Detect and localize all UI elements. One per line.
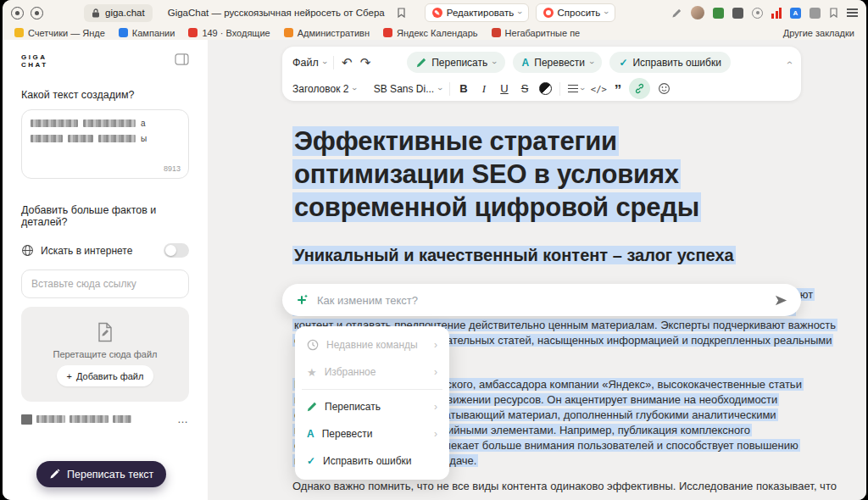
- bookmark-outline-icon[interactable]: [829, 8, 838, 18]
- extension-edit-icon[interactable]: [671, 8, 682, 19]
- logo-line-2: CHAT: [21, 61, 48, 69]
- other-bookmarks[interactable]: Другие закладки: [783, 28, 854, 38]
- file-icon: [21, 414, 32, 425]
- link-input[interactable]: [21, 269, 189, 298]
- bookmark-label: Счетчики — Янде: [28, 28, 105, 38]
- dropzone-label: Перетащите сюда файл: [53, 349, 157, 359]
- bookmark-item[interactable]: Счетчики — Янде: [14, 28, 105, 38]
- add-file-label: Добавить файл: [76, 371, 143, 381]
- puzzle-icon[interactable]: [810, 8, 821, 19]
- bookmark-item[interactable]: Кампании: [119, 28, 175, 38]
- gigachat-logo: GIGA CHAT: [21, 53, 48, 69]
- redacted-char: а: [141, 119, 146, 128]
- ask-service-button[interactable]: Спросить ›: [536, 3, 615, 22]
- extension-green-icon[interactable]: [713, 8, 724, 19]
- edit-service-button[interactable]: ✎ Редактировать ›: [425, 3, 529, 22]
- italic-button[interactable]: I: [478, 82, 491, 96]
- link-button-active[interactable]: [629, 78, 650, 99]
- quote-button[interactable]: ”: [615, 86, 622, 95]
- chevron-down-icon: ›: [436, 87, 444, 90]
- address-bar[interactable]: giga.chat: [84, 4, 153, 22]
- strikethrough-button[interactable]: S: [519, 82, 531, 95]
- menu-item-rewrite[interactable]: Переписать ›: [300, 393, 444, 420]
- fix-errors-tool-button[interactable]: ✓ Исправить ошибки: [609, 52, 731, 73]
- favicon: [492, 28, 501, 37]
- bookmark-label: Административн: [298, 28, 370, 38]
- prompt-question-label: Какой текст создадим?: [21, 89, 189, 101]
- emoji-button[interactable]: [658, 82, 670, 95]
- favicon: [14, 28, 24, 37]
- underline-button[interactable]: U: [498, 82, 511, 95]
- chevron-down-icon: ›: [587, 61, 596, 64]
- extensions-row: A: [671, 6, 858, 19]
- chevron-down-icon: ›: [515, 11, 524, 14]
- file-menu-label: Файл: [292, 57, 319, 69]
- window-badge-icon-1[interactable]: [11, 7, 24, 19]
- rewrite-tool-button[interactable]: Переписать ›: [407, 52, 504, 73]
- translate-extension-icon[interactable]: A: [790, 8, 801, 19]
- menu-item-fix-errors[interactable]: ✓ Исправить ошибки: [300, 447, 444, 475]
- clock-icon: [307, 339, 319, 351]
- pencil-icon: [307, 402, 317, 412]
- collapse-toolbar-icon[interactable]: ›: [784, 61, 794, 64]
- paragraph-style-select[interactable]: Заголовок 2 ›: [292, 83, 356, 95]
- undo-icon[interactable]: ↶: [342, 56, 353, 69]
- rewrite-text-button[interactable]: Переписать текст: [36, 461, 166, 487]
- ask-service-label: Спросить: [558, 8, 601, 18]
- menu-item-label: Избранное: [325, 366, 376, 378]
- file-menu-icon[interactable]: …: [177, 413, 189, 425]
- plus-icon: +: [67, 371, 72, 381]
- send-icon[interactable]: [774, 293, 788, 308]
- h1-line: оптимизации SEO в условиях: [292, 159, 681, 189]
- check-icon: ✓: [307, 456, 315, 466]
- extension-dark-icon[interactable]: [732, 8, 743, 19]
- favicon: [383, 28, 392, 37]
- list-button[interactable]: ›: [568, 85, 583, 93]
- font-select-label: SB Sans Di...: [374, 83, 434, 95]
- url-text: giga.chat: [105, 8, 145, 18]
- file-dropzone[interactable]: Перетащите сюда файл + Добавить файл: [21, 307, 189, 402]
- logo-line-1: GIGA: [21, 53, 48, 61]
- char-count: 8913: [164, 164, 181, 173]
- bookmark-item[interactable]: Яндекс Календарь: [383, 28, 478, 38]
- font-select[interactable]: SB Sans Di... ›: [374, 83, 442, 95]
- bookmark-flag-icon[interactable]: [397, 8, 406, 18]
- translate-tool-button[interactable]: A Перевести ›: [513, 52, 603, 73]
- prompt-textarea[interactable]: а ы 8913: [21, 109, 189, 179]
- menu-item-label: Переписать: [325, 401, 381, 413]
- file-menu-button[interactable]: Файл ›: [292, 57, 326, 69]
- edit-service-icon: ✎: [432, 8, 442, 18]
- pencil-icon: [49, 469, 60, 480]
- menu-item-translate[interactable]: A Перевести ›: [300, 420, 444, 447]
- favicon: [119, 28, 128, 37]
- sidebar-collapse-icon[interactable]: [175, 53, 189, 65]
- menu-item-favorites[interactable]: ★ Избранное ›: [300, 358, 444, 386]
- attached-file-row[interactable]: …: [21, 413, 189, 425]
- document-h2: Уникальный и качественный контент – зало…: [292, 246, 852, 265]
- bold-button[interactable]: B: [458, 82, 470, 95]
- bookmark-item[interactable]: Административн: [284, 28, 370, 38]
- globe-icon: [21, 244, 34, 257]
- chevron-right-icon: ›: [434, 339, 437, 351]
- extension-circle-icon[interactable]: [752, 8, 763, 19]
- redacted-text: [36, 415, 65, 423]
- profile-avatar[interactable]: [691, 6, 704, 19]
- plus-sparkle-icon[interactable]: [295, 293, 309, 307]
- check-icon: ✓: [619, 58, 627, 68]
- bookmark-item[interactable]: Негабаритные пе: [492, 28, 581, 38]
- edit-service-label: Редактировать: [447, 8, 514, 18]
- menu-item-recent[interactable]: Недавние команды ›: [300, 331, 444, 358]
- document-h1: Эффективные стратегии оптимизации SEO в …: [292, 125, 852, 224]
- redo-icon[interactable]: ↷: [360, 56, 371, 69]
- code-button[interactable]: </>: [591, 84, 607, 94]
- redacted-text: [98, 135, 136, 142]
- menu-item-label: Исправить ошибки: [323, 455, 411, 467]
- search-internet-toggle[interactable]: [164, 243, 189, 258]
- window-badge-icon-2[interactable]: [31, 7, 43, 19]
- bookmark-item[interactable]: 149 · Входящие: [188, 28, 270, 38]
- metrica-chart-icon[interactable]: [771, 8, 782, 19]
- text-color-button[interactable]: [539, 82, 552, 95]
- browser-menu-icon[interactable]: [847, 8, 858, 17]
- add-file-button[interactable]: + Добавить файл: [57, 365, 154, 386]
- ai-command-input[interactable]: Как изменим текст?: [282, 284, 801, 316]
